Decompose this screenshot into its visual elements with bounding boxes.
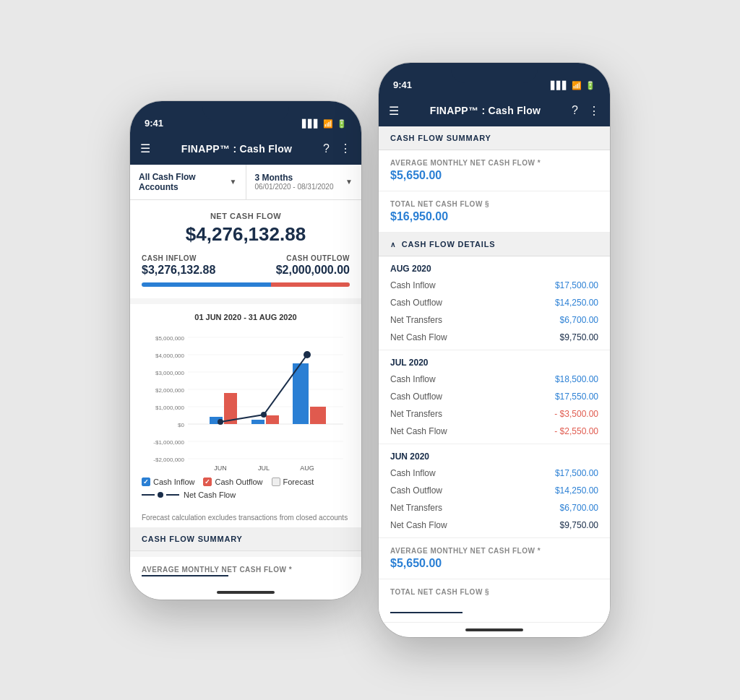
status-icons-1: ▋▋▋ 📶 🔋: [302, 119, 347, 129]
aug-row-2: Cash Outflow $14,250.00: [379, 294, 610, 311]
hamburger-icon-2[interactable]: ☰: [389, 104, 399, 118]
nav-title-2: FINAPP™ : Cash Flow: [430, 105, 541, 116]
svg-text:-$1,000,000: -$1,000,000: [153, 439, 184, 446]
inflow-outflow-row: CASH INFLOW $3,276,132.88 CASH OUTFLOW $…: [142, 254, 350, 277]
p2-total-amount: $16,950.00: [390, 210, 598, 223]
phone-notch-2: [451, 63, 538, 83]
svg-text:$5,000,000: $5,000,000: [155, 335, 185, 342]
aug-header: AUG 2020: [379, 256, 610, 277]
help-icon[interactable]: ?: [323, 142, 330, 155]
jul-row-2: Cash Outflow $17,550.00: [379, 388, 610, 405]
p2-details-header[interactable]: ∧ CASH FLOW DETAILS: [379, 233, 610, 256]
phone-1: 9:41 ▋▋▋ 📶 🔋 ☰ FINAPP™ : Cash Flow ? ⋮: [130, 101, 361, 600]
aug-row-3: Net Transfers $6,700.00: [379, 311, 610, 329]
p2-total-block: TOTAL NET CASH FLOW § $16,950.00: [379, 191, 610, 233]
period-dates: 06/01/2020 - 08/31/2020: [255, 183, 334, 191]
progress-bar: [142, 282, 350, 287]
inflow-label: CASH INFLOW: [142, 254, 215, 262]
phone-2-content: CASH FLOW SUMMARY AVERAGE MONTHLY NET CA…: [379, 126, 610, 623]
nav-icons-1: ? ⋮: [323, 142, 351, 155]
home-bar-2: [465, 628, 523, 631]
svg-text:-$2,000,000: -$2,000,000: [153, 457, 184, 463]
time-2: 9:41: [393, 79, 412, 90]
p2-summary-header: CASH FLOW SUMMARY: [379, 126, 610, 150]
outflow-amount: $2,000,000.00: [276, 264, 350, 277]
aug-block: AUG 2020 Cash Inflow $17,500.00 Cash Out…: [379, 256, 610, 350]
p2-bottom-total-block: TOTAL NET CASH FLOW §: [379, 579, 610, 623]
net-cash-flow-section: NET CASH FLOW $4,276,132.88 CASH INFLOW …: [130, 200, 361, 298]
nav-bar-1: ☰ FINAPP™ : Cash Flow ? ⋮: [130, 133, 361, 165]
chart-section: 01 JUN 2020 - 31 AUG 2020 $5,000,000 $4,…: [130, 304, 361, 508]
time-1: 9:41: [145, 118, 163, 129]
jul-row-4: Net Cash Flow - $2,550.00: [379, 423, 610, 444]
filter-bar: All Cash Flow Accounts ▼ 3 Months 06/01/…: [130, 165, 361, 200]
svg-text:$2,000,000: $2,000,000: [155, 387, 185, 394]
net-cf-label: NET CASH FLOW: [142, 212, 350, 220]
svg-text:AUG: AUG: [300, 464, 314, 472]
chart-date-range: 01 JUN 2020 - 31 AUG 2020: [142, 313, 350, 321]
jun-cf-dot: [218, 419, 223, 425]
home-bar-1: [217, 591, 275, 594]
jul-inflow-bar: [251, 420, 264, 424]
jun-row-1: Cash Inflow $17,500.00: [379, 464, 610, 482]
battery-icon: 🔋: [337, 119, 347, 129]
legend-forecast-label: Forecast: [283, 478, 314, 486]
p2-bottom-avg-block: AVERAGE MONTHLY NET CASH FLOW * $5,650.0…: [379, 538, 610, 579]
outflow-label: CASH OUTFLOW: [276, 254, 350, 262]
avg-label: AVERAGE MONTHLY NET CASH FLOW *: [142, 566, 350, 574]
period-value: 3 Months: [255, 173, 334, 183]
svg-text:$0: $0: [178, 422, 184, 428]
aug-row-1: Cash Inflow $17,500.00: [379, 277, 610, 294]
more-icon[interactable]: ⋮: [340, 142, 351, 155]
svg-text:JUN: JUN: [214, 464, 227, 472]
p2-avg-amount: $5,650.00: [390, 169, 598, 182]
p2-bottom-avg-label: AVERAGE MONTHLY NET CASH FLOW *: [390, 547, 598, 555]
p2-bottom-total-underline: [390, 599, 462, 613]
chart-wrapper: $5,000,000 $4,000,000 $3,000,000 $2,000,…: [142, 327, 350, 472]
jun-header: JUN 2020: [379, 444, 610, 464]
jun-row-4: Net Cash Flow $9,750.00: [379, 517, 610, 537]
phones-container: 9:41 ▋▋▋ 📶 🔋 ☰ FINAPP™ : Cash Flow ? ⋮: [116, 48, 624, 652]
aug-row-4: Net Cash Flow $9,750.00: [379, 329, 610, 350]
nav-title-1: FINAPP™ : Cash Flow: [181, 143, 293, 155]
hamburger-icon[interactable]: ☰: [140, 142, 150, 155]
battery-icon-2: 🔋: [585, 81, 595, 90]
signal-icon: ▋▋▋: [302, 119, 319, 129]
jul-outflow-bar: [266, 415, 279, 424]
phone-1-content: All Cash Flow Accounts ▼ 3 Months 06/01/…: [130, 165, 361, 585]
period-chevron: ▼: [345, 178, 353, 186]
home-indicator-2: [379, 623, 610, 637]
jul-row-1: Cash Inflow $18,500.00: [379, 371, 610, 388]
progress-outflow: [271, 282, 350, 287]
legend-inflow: ✓ Cash Inflow: [142, 478, 194, 486]
net-cf-amount: $4,276,132.88: [142, 223, 350, 246]
jun-row-3: Net Transfers $6,700.00: [379, 499, 610, 517]
p2-bottom-total-label: TOTAL NET CASH FLOW §: [390, 588, 598, 596]
accounts-chevron: ▼: [230, 178, 237, 186]
jun-row-2: Cash Outflow $14,250.00: [379, 482, 610, 499]
progress-inflow: [142, 282, 271, 287]
period-filter[interactable]: 3 Months 06/01/2020 - 08/31/2020 ▼: [246, 165, 362, 199]
phone-2: 9:41 ▋▋▋ 📶 🔋 ☰ FINAPP™ : Cash Flow ? ⋮ C…: [379, 63, 610, 637]
jul-cf-dot: [261, 412, 267, 418]
net-cf-legend: Net Cash Flow: [142, 491, 350, 499]
phone-notch: [202, 101, 289, 121]
svg-text:$1,000,000: $1,000,000: [155, 405, 185, 411]
nav-bar-2: ☰ FINAPP™ : Cash Flow ? ⋮: [379, 95, 610, 126]
more-icon-2[interactable]: ⋮: [588, 104, 600, 118]
help-icon-2[interactable]: ?: [572, 104, 578, 117]
aug-cf-dot: [304, 351, 311, 358]
forecast-note: Forecast calculation excludes transactio…: [130, 508, 361, 527]
accounts-filter[interactable]: All Cash Flow Accounts ▼: [130, 165, 246, 199]
p2-bottom-avg-amount: $5,650.00: [390, 557, 598, 570]
chart-svg: $5,000,000 $4,000,000 $3,000,000 $2,000,…: [142, 327, 350, 472]
signal-icon-2: ▋▋▋: [551, 81, 568, 90]
outflow-col: CASH OUTFLOW $2,000,000.00: [276, 254, 350, 277]
jul-block: JUL 2020 Cash Inflow $18,500.00 Cash Out…: [379, 350, 610, 444]
p2-avg-label: AVERAGE MONTHLY NET CASH FLOW *: [390, 159, 598, 167]
p2-details-header-label: CASH FLOW DETAILS: [402, 240, 496, 249]
aug-outflow-bar: [310, 407, 326, 424]
chevron-up-icon: ∧: [390, 241, 396, 249]
wifi-icon-2: 📶: [572, 81, 582, 90]
summary-section-header: CASH FLOW SUMMARY: [130, 527, 361, 551]
